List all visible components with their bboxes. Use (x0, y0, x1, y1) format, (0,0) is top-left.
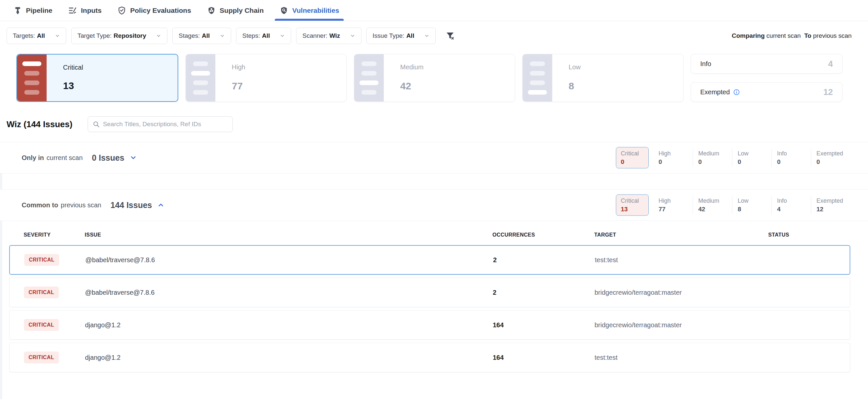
severity-card-critical[interactable]: Critical 13 (17, 54, 178, 102)
section-scope: current scan (46, 154, 83, 162)
card-count: 12 (823, 87, 833, 97)
table-row[interactable]: CRITICAL @babel/traverse@7.8.6 2 bridgec… (9, 278, 850, 307)
chip-exempted[interactable]: Exempted 0 (811, 149, 850, 167)
chevron-down-icon (55, 33, 60, 38)
results-header: Wiz (144 Issues) (6, 116, 868, 132)
chip-low[interactable]: Low 8 (732, 196, 772, 214)
filter-label: Stages: (179, 32, 199, 39)
filter-bar: Targets:All Target Type:Repository Stage… (6, 28, 851, 44)
chip-value: 0 (658, 158, 693, 166)
chevron-down-icon[interactable] (130, 154, 137, 161)
filter-label: Scanner: (302, 32, 327, 39)
chevron-down-icon (424, 33, 429, 38)
severity-card-low[interactable]: Low 8 (522, 54, 683, 102)
chip-exempted[interactable]: Exempted 12 (811, 196, 850, 214)
issue-cell: @babel/traverse@7.8.6 (85, 289, 493, 296)
search-input[interactable] (103, 121, 228, 128)
chip-value: 4 (777, 206, 811, 213)
chip-info[interactable]: Info 0 (772, 149, 811, 167)
info-icon[interactable] (733, 89, 740, 96)
chip-medium[interactable]: Medium 42 (693, 196, 732, 214)
filter-steps[interactable]: Steps:All (236, 28, 291, 44)
card-label: Info (700, 60, 711, 68)
info-exempted-column: Info 4 Exempted 12 (691, 54, 842, 102)
card-count: 13 (63, 80, 178, 91)
chip-label: High (658, 150, 693, 157)
tab-inputs[interactable]: Inputs (65, 0, 105, 21)
filter-target-type[interactable]: Target Type:Repository (71, 28, 167, 44)
section-issue-count: 0 Issues (92, 153, 124, 162)
tab-label: Policy Evaluations (130, 6, 191, 14)
section-scope: previous scan (61, 201, 101, 209)
card-count: 8 (568, 81, 683, 92)
chip-info[interactable]: Info 4 (772, 196, 811, 214)
chip-value: 0 (698, 158, 732, 166)
severity-badge: CRITICAL (24, 287, 59, 298)
section-common-previous-scan: Common to previous scan 144 Issues Criti… (0, 189, 868, 221)
chip-critical[interactable]: Critical 0 (616, 147, 649, 169)
tab-label: Inputs (81, 6, 102, 14)
section-prefix: Common to (22, 201, 58, 209)
severity-summary-row: Critical 13 High 77 Medium 42 (17, 54, 842, 102)
card-label: High (232, 63, 346, 71)
card-label: Critical (63, 64, 178, 71)
chip-value: 12 (816, 206, 850, 213)
tab-pipeline[interactable]: Pipeline (10, 0, 56, 21)
chip-high[interactable]: High 0 (653, 149, 693, 167)
chip-label: Medium (698, 198, 732, 204)
target-cell: test:test (594, 354, 769, 361)
column-target: TARGET (594, 232, 768, 238)
filter-issue-type[interactable]: Issue Type:All (366, 28, 436, 44)
severity-badge: CRITICAL (24, 319, 59, 331)
card-label: Exempted (700, 88, 730, 96)
severity-card-high[interactable]: High 77 (185, 54, 347, 102)
table-row[interactable]: CRITICAL django@1.2 164 test:test (9, 343, 850, 372)
filter-label: Targets: (13, 32, 35, 39)
issue-cell: @babel/traverse@7.8.6 (85, 256, 493, 264)
filter-value: All (262, 32, 270, 39)
chip-value: 0 (777, 158, 811, 166)
issue-cell: django@1.2 (85, 354, 493, 361)
comparing-to: To (804, 32, 811, 39)
chip-label: Medium (698, 150, 732, 157)
filter-targets[interactable]: Targets:All (6, 28, 66, 44)
table-row[interactable]: CRITICAL @babel/traverse@7.8.6 2 test:te… (9, 245, 850, 275)
chip-medium[interactable]: Medium 0 (693, 149, 732, 167)
tab-label: Supply Chain (220, 6, 264, 14)
info-card[interactable]: Info 4 (691, 54, 842, 73)
tab-policy-evaluations[interactable]: Policy Evaluations (114, 0, 195, 21)
chip-value: 0 (816, 158, 850, 166)
chevron-up-icon[interactable] (157, 201, 164, 209)
column-occurrences: OCCURRENCES (492, 232, 594, 238)
filter-scanner[interactable]: Scanner:Wiz (296, 28, 362, 44)
target-cell: test:test (595, 256, 769, 264)
chevron-down-icon (350, 33, 355, 38)
section-only-current-scan: Only in current scan 0 Issues Critical 0… (0, 142, 868, 174)
tab-vulnerabilities[interactable]: Vulnerabilities (276, 0, 342, 21)
card-label: Low (568, 63, 683, 71)
severity-badge: CRITICAL (24, 254, 59, 266)
severity-count-chips: Critical 0 High 0 Medium 0 Low 0 Info 0 … (616, 147, 850, 169)
section-issue-count: 144 Issues (111, 201, 152, 210)
page-title: Wiz (144 Issues) (6, 119, 72, 129)
chip-critical[interactable]: Critical 13 (616, 195, 649, 216)
shield-search-icon (279, 6, 288, 15)
chevron-down-icon (220, 33, 225, 38)
card-count: 4 (828, 59, 833, 69)
target-cell: bridgecrewio/terragoat:master (594, 289, 769, 296)
chip-high[interactable]: High 77 (653, 196, 693, 214)
column-severity: SEVERITY (24, 232, 85, 238)
clear-filters-icon[interactable] (445, 31, 455, 41)
filter-stages[interactable]: Stages:All (172, 28, 231, 44)
table-row[interactable]: CRITICAL django@1.2 164 bridgecrewio/ter… (9, 310, 850, 340)
chip-value: 8 (738, 206, 772, 213)
chip-label: Info (777, 198, 811, 204)
severity-card-medium[interactable]: Medium 42 (354, 54, 515, 102)
search-box[interactable] (88, 116, 233, 132)
chip-low[interactable]: Low 0 (732, 149, 772, 167)
chip-label: Critical (621, 150, 645, 157)
severity-gauge-icon (17, 55, 46, 101)
exempted-card[interactable]: Exempted 12 (691, 82, 842, 102)
severity-gauge-icon (186, 54, 215, 101)
tab-supply-chain[interactable]: Supply Chain (204, 0, 267, 21)
